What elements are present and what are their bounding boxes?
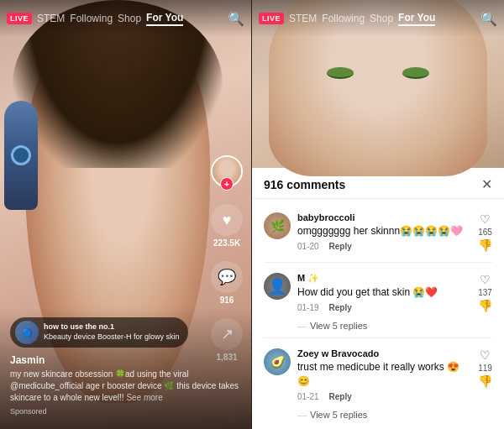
comment-item-3: 🥑 Zoey w Bravocado trust me medicube it … xyxy=(252,342,504,408)
nav-shop-right[interactable]: Shop xyxy=(370,13,393,24)
comment-username-3: Zoey w Bravocado xyxy=(297,348,471,358)
comment-date-2: 01-19 xyxy=(297,303,319,312)
comment-meta-1: 01-20 Reply xyxy=(297,242,471,251)
comment-reply-1[interactable]: Reply xyxy=(329,242,352,251)
nav-stem-right[interactable]: STEM xyxy=(289,13,317,24)
nav-bar-right: LIVE STEM Following Shop For You 🔍 xyxy=(252,0,504,37)
eye-right xyxy=(402,67,429,79)
nav-following[interactable]: Following xyxy=(70,13,113,24)
like-icon-3[interactable]: ♡ xyxy=(480,348,491,362)
nav-stem[interactable]: STEM xyxy=(37,13,65,24)
video-top-right: LIVE STEM Following Shop For You 🔍 xyxy=(252,0,504,168)
right-video-panel: LIVE STEM Following Shop For You 🔍 916 c… xyxy=(252,0,504,429)
comment-text-1: omggggggg her skinnn😭😭😭😭🩷 xyxy=(297,224,471,238)
comment-actions-3: ♡ 119 👎 xyxy=(478,348,492,401)
text-content: Jasmin my new skincare obsession 🍀ad usi… xyxy=(10,354,241,416)
like-icon-1[interactable]: ♡ xyxy=(480,212,491,226)
live-badge-right: LIVE xyxy=(259,13,284,24)
comments-section: 916 comments ✕ 🌿 babybroccoli omggggggg … xyxy=(252,168,504,429)
comments-title: 916 comments xyxy=(264,178,345,191)
comment-date-3: 01-21 xyxy=(297,392,319,401)
comment-meta-3: 01-21 Reply xyxy=(297,392,471,401)
divider-1 xyxy=(264,262,492,263)
nav-bar-left: LIVE STEM Following Shop For You 🔍 xyxy=(0,0,251,37)
bottom-overlay: 🔵 how to use the no.1 Kbeauty device Boo… xyxy=(0,307,251,429)
comments-list[interactable]: 🌿 babybroccoli omggggggg her skinnn😭😭😭😭🩷… xyxy=(252,199,504,429)
comment-date-1: 01-20 xyxy=(297,242,319,251)
eyes-area xyxy=(302,67,454,79)
dislike-icon-2[interactable]: 👎 xyxy=(478,299,492,312)
device-circle xyxy=(11,145,31,165)
comment-avatar-1: 🌿 xyxy=(264,212,291,239)
beauty-device xyxy=(4,101,38,210)
dislike-icon-1[interactable]: 👎 xyxy=(478,238,492,252)
nav-shop[interactable]: Shop xyxy=(118,13,141,24)
comment-item: 🌿 babybroccoli omggggggg her skinnn😭😭😭😭🩷… xyxy=(252,206,504,259)
product-icon: 🔵 xyxy=(15,321,39,344)
nav-following-right[interactable]: Following xyxy=(322,13,365,24)
comments-count: 916 xyxy=(220,296,234,305)
comment-text-3: trust me medicube it really works 😍😊 xyxy=(297,360,471,389)
username: Jasmin xyxy=(10,354,241,366)
sponsored-label: Sponsored xyxy=(10,407,241,416)
comment-reply-3[interactable]: Reply xyxy=(329,392,352,401)
comment-item-2: 👤 M ✨ How did you get that skin 😭❤️ 01-1… xyxy=(252,266,504,319)
creator-avatar-item: + xyxy=(211,155,243,191)
like-action[interactable]: ♥ 223.5K xyxy=(211,204,243,248)
comment-icon[interactable]: 💬 xyxy=(211,261,243,293)
left-video-panel: LIVE STEM Following Shop For You 🔍 + ♥ 2… xyxy=(0,0,252,429)
comment-username-2: M ✨ xyxy=(297,273,471,284)
comment-actions-2: ♡ 137 👎 xyxy=(478,273,492,312)
product-badge[interactable]: 🔵 how to use the no.1 Kbeauty device Boo… xyxy=(10,317,188,348)
search-icon[interactable]: 🔍 xyxy=(228,11,244,27)
caption: my new skincare obsession 🍀ad using the … xyxy=(10,369,241,404)
see-more[interactable]: See more xyxy=(126,393,162,402)
avatar-stack: + xyxy=(211,155,243,187)
nav-foryou-right[interactable]: For You xyxy=(398,12,435,26)
live-badge: LIVE xyxy=(7,13,32,24)
view-replies-2[interactable]: View 5 replies xyxy=(252,319,504,334)
like-icon-2[interactable]: ♡ xyxy=(480,273,491,286)
comment-actions-1: ♡ 165 👎 xyxy=(478,212,492,252)
comment-username-1: babybroccoli xyxy=(297,212,471,222)
nav-foryou[interactable]: For You xyxy=(146,12,183,26)
like-count-2: 137 xyxy=(478,288,492,297)
divider-2 xyxy=(264,337,492,338)
dislike-icon-3[interactable]: 👎 xyxy=(478,374,492,388)
close-button[interactable]: ✕ xyxy=(481,178,492,191)
user-info: Jasmin my new skincare obsession 🍀ad usi… xyxy=(10,354,241,416)
follow-plus-badge[interactable]: + xyxy=(220,177,234,191)
like-count-3: 119 xyxy=(478,364,492,373)
comment-body-2: M ✨ How did you get that skin 😭❤️ 01-19 … xyxy=(297,273,471,312)
comment-text-2: How did you get that skin 😭❤️ xyxy=(297,285,471,300)
likes-count: 223.5K xyxy=(213,238,240,248)
search-icon-right[interactable]: 🔍 xyxy=(480,11,497,27)
comment-body-3: Zoey w Bravocado trust me medicube it re… xyxy=(297,348,471,401)
view-replies-3[interactable]: View 5 replies xyxy=(252,408,504,423)
product-text: how to use the no.1 Kbeauty device Boost… xyxy=(44,322,180,342)
comment-body-1: babybroccoli omggggggg her skinnn😭😭😭😭🩷 0… xyxy=(297,212,471,252)
like-count-1: 165 xyxy=(478,228,492,237)
comment-action[interactable]: 💬 916 xyxy=(211,261,243,305)
comment-avatar-3: 🥑 xyxy=(264,348,291,375)
comment-meta-2: 01-19 Reply xyxy=(297,303,471,312)
heart-icon[interactable]: ♥ xyxy=(211,204,243,236)
eye-left xyxy=(327,67,354,79)
comment-avatar-2: 👤 xyxy=(264,273,291,300)
comment-reply-2[interactable]: Reply xyxy=(329,303,352,312)
